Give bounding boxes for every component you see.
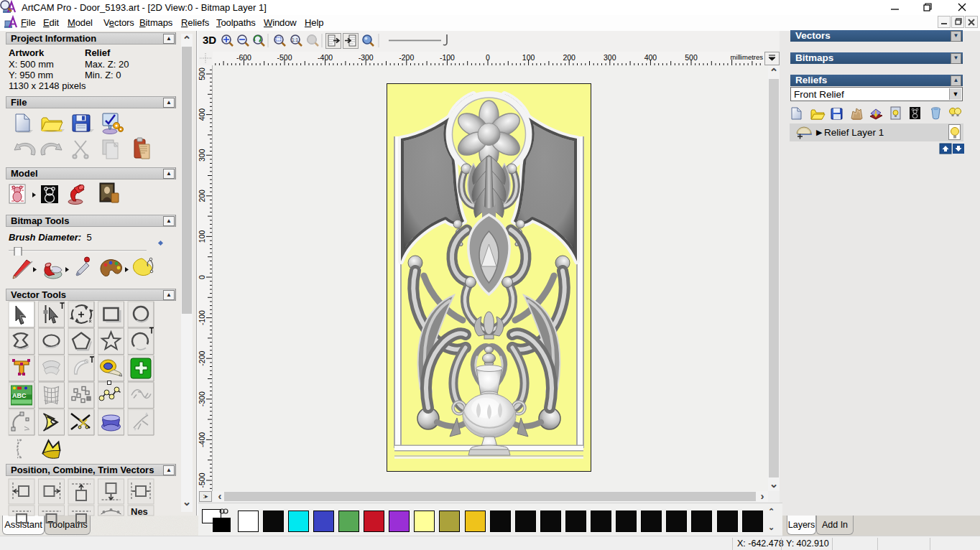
svg-text:200: 200 (198, 190, 206, 202)
svg-text:400: 400 (198, 108, 206, 121)
svg-text:-500: -500 (198, 472, 206, 488)
svg-text:400: 400 (644, 53, 657, 62)
svg-text:-200: -200 (198, 351, 206, 366)
svg-text:-600: -600 (236, 53, 251, 62)
svg-text:200: 200 (563, 53, 575, 62)
svg-text:-300: -300 (359, 53, 374, 62)
svg-text:100: 100 (522, 53, 535, 62)
svg-text:0: 0 (486, 53, 490, 62)
svg-text:-100: -100 (440, 53, 455, 62)
svg-text:500: 500 (198, 67, 206, 80)
svg-text:-200: -200 (399, 53, 414, 62)
svg-text:-400: -400 (198, 432, 206, 447)
svg-text:-300: -300 (198, 391, 206, 406)
svg-text:100: 100 (198, 230, 206, 243)
svg-text:300: 300 (198, 149, 206, 162)
svg-text:millimetres: millimetres (731, 53, 764, 61)
svg-text:-500: -500 (277, 53, 292, 62)
svg-text:-100: -100 (198, 310, 206, 325)
svg-text:300: 300 (604, 53, 616, 62)
svg-text:-400: -400 (318, 53, 333, 62)
svg-text:0: 0 (198, 275, 206, 279)
svg-text:500: 500 (685, 53, 698, 62)
